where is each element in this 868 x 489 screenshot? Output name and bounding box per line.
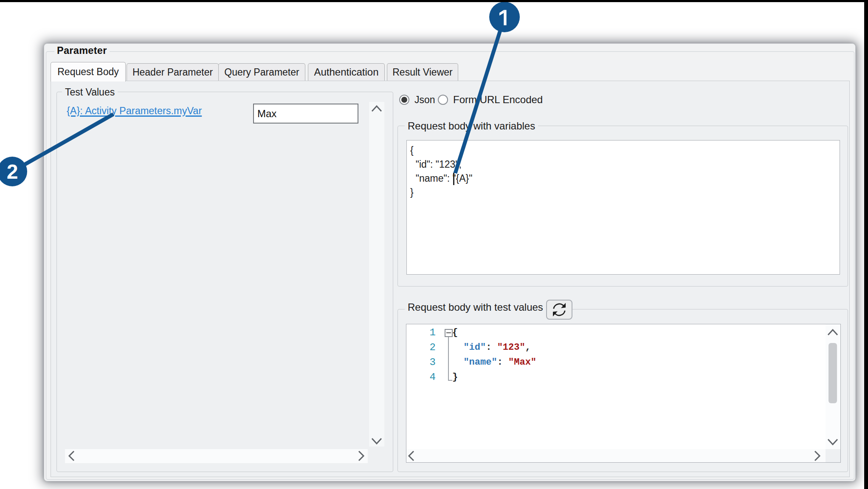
svg-text:2: 2 (7, 160, 18, 183)
